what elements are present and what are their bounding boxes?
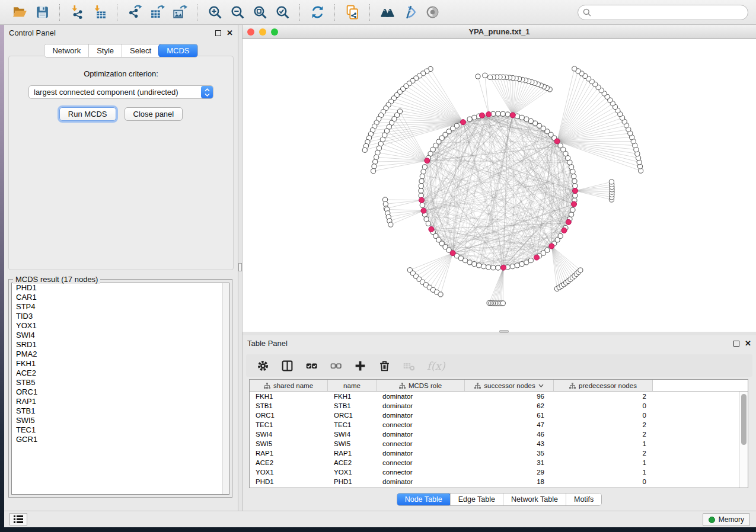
network-node[interactable] xyxy=(558,143,563,148)
table-row[interactable]: RAP1RAP1dominator352 xyxy=(250,448,748,458)
table-row[interactable]: YOX1YOX1connector291 xyxy=(250,467,748,477)
delete-row-icon[interactable] xyxy=(378,360,391,372)
close-table-panel-icon[interactable]: ✕ xyxy=(745,341,751,347)
export-image-icon[interactable] xyxy=(168,2,191,23)
mcds-hub-node[interactable] xyxy=(534,255,540,260)
column-header-name[interactable]: name xyxy=(328,380,377,391)
mcds-hub-node[interactable] xyxy=(429,227,434,232)
zoom-in-icon[interactable] xyxy=(203,2,226,23)
open-file-icon[interactable] xyxy=(8,2,31,23)
table-row[interactable]: SWI4SWI4dominator462 xyxy=(250,430,748,439)
network-node[interactable] xyxy=(374,155,379,159)
cell[interactable]: PHD1 xyxy=(250,477,328,486)
network-node[interactable] xyxy=(569,165,574,169)
table-row[interactable]: FKH1FKH1dominator962 xyxy=(250,392,748,401)
mcds-result-item[interactable]: ACE2 xyxy=(12,368,229,378)
cell[interactable]: TEC1 xyxy=(250,420,328,430)
table-scrollbar[interactable] xyxy=(739,392,748,488)
cell[interactable]: YOX1 xyxy=(328,467,377,477)
cell[interactable]: YOX1 xyxy=(250,467,328,477)
mcds-result-item[interactable]: PMA2 xyxy=(12,350,229,359)
mcds-hub-node[interactable] xyxy=(419,197,424,203)
vertical-splitter[interactable] xyxy=(238,25,243,511)
network-node[interactable] xyxy=(524,117,529,121)
network-node[interactable] xyxy=(419,179,424,184)
cell[interactable]: ORC1 xyxy=(250,411,328,420)
network-node[interactable] xyxy=(609,180,614,184)
network-node[interactable] xyxy=(558,233,563,238)
table-row[interactable]: ORC1ORC1dominator610 xyxy=(250,411,748,420)
mcds-hub-node[interactable] xyxy=(562,227,567,233)
tab-mcds[interactable]: MCDS xyxy=(158,44,197,57)
mcds-hub-node[interactable] xyxy=(566,219,571,225)
mcds-result-item[interactable]: STP4 xyxy=(12,302,229,312)
cell[interactable]: FKH1 xyxy=(328,392,377,401)
binoculars-icon[interactable] xyxy=(376,2,398,23)
network-node[interactable] xyxy=(519,115,524,120)
network-node[interactable] xyxy=(572,66,577,71)
network-node[interactable] xyxy=(419,188,423,193)
network-node[interactable] xyxy=(477,263,481,268)
tab-select[interactable]: Select xyxy=(122,44,159,57)
network-node[interactable] xyxy=(505,112,510,117)
cell[interactable]: 0 xyxy=(554,401,653,411)
cell[interactable]: 0 xyxy=(554,411,653,420)
network-node[interactable] xyxy=(481,264,486,269)
import-network-icon[interactable] xyxy=(66,2,88,23)
cell[interactable]: dominator xyxy=(377,430,465,439)
mcds-hub-node[interactable] xyxy=(486,111,492,117)
network-node[interactable] xyxy=(515,263,519,268)
network-node[interactable] xyxy=(438,292,443,297)
network-node[interactable] xyxy=(500,301,505,306)
table-row[interactable]: STB1STB1dominator620 xyxy=(250,401,748,411)
table-row[interactable]: TEC1TEC1connector472 xyxy=(250,420,748,430)
network-node[interactable] xyxy=(463,258,468,263)
tab-node-table[interactable]: Node Table xyxy=(397,493,451,506)
cell[interactable]: 96 xyxy=(465,392,554,401)
cell[interactable]: dominator xyxy=(377,477,465,486)
optimization-criterion-dropdown[interactable]: largest connected component (undirected) xyxy=(28,85,213,99)
network-node[interactable] xyxy=(528,258,533,263)
mcds-result-item[interactable]: TEC1 xyxy=(12,425,229,435)
mcds-hub-node[interactable] xyxy=(421,208,426,213)
cell[interactable]: RAP1 xyxy=(250,448,328,458)
close-panel-button[interactable]: Close panel xyxy=(125,107,183,121)
mcds-hub-node[interactable] xyxy=(572,201,577,207)
tab-style[interactable]: Style xyxy=(88,44,122,57)
cell[interactable]: 46 xyxy=(465,430,554,439)
network-node[interactable] xyxy=(420,203,425,207)
mcds-result-item[interactable]: FKH1 xyxy=(12,359,229,368)
cell[interactable]: 2 xyxy=(554,392,653,401)
add-row-icon[interactable] xyxy=(354,360,366,372)
mcds-result-item[interactable]: CAR1 xyxy=(12,293,229,302)
task-history-button[interactable] xyxy=(9,513,27,525)
network-canvas[interactable] xyxy=(243,39,756,332)
import-table-icon[interactable] xyxy=(88,2,111,23)
splitter-grip[interactable] xyxy=(238,263,242,271)
mcds-result-item[interactable]: RAP1 xyxy=(12,397,229,406)
table-row[interactable]: ACE2ACE2connector311 xyxy=(250,458,748,467)
cell[interactable]: ORC1 xyxy=(328,411,377,420)
table-scrollbar-thumb[interactable] xyxy=(741,394,747,445)
cell[interactable]: 2 xyxy=(554,448,653,458)
mcds-hub-node[interactable] xyxy=(501,265,506,270)
close-panel-icon[interactable]: ✕ xyxy=(227,30,233,36)
tab-network[interactable]: Network xyxy=(44,44,88,57)
network-node[interactable] xyxy=(545,248,550,252)
network-node[interactable] xyxy=(424,217,429,222)
export-table-icon[interactable] xyxy=(146,2,168,23)
network-node[interactable] xyxy=(472,115,477,120)
cell[interactable]: ACE2 xyxy=(250,458,328,467)
table-row[interactable]: SWI5SWI5connector431 xyxy=(250,439,748,448)
zoom-fit-icon[interactable] xyxy=(248,2,271,23)
network-node[interactable] xyxy=(510,264,515,269)
network-node[interactable] xyxy=(578,268,583,273)
columns-icon[interactable] xyxy=(281,360,294,372)
network-node[interactable] xyxy=(377,146,381,150)
mcds-hub-node[interactable] xyxy=(425,158,430,164)
save-session-icon[interactable] xyxy=(31,2,53,23)
network-node[interactable] xyxy=(567,160,572,165)
mcds-result-list[interactable]: PHD1CAR1STP4TID3YOX1SWI4SRD1PMA2FKH1ACE2… xyxy=(11,283,229,495)
mcds-hub-node[interactable] xyxy=(510,113,515,118)
network-graph[interactable] xyxy=(243,39,756,332)
